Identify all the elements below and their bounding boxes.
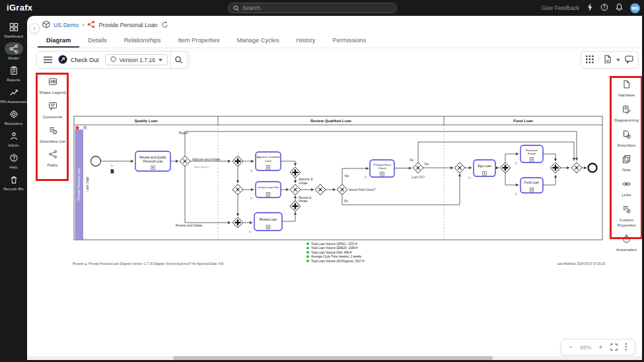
svg-text:Initiate Loan File: Initiate Loan File bbox=[258, 186, 279, 189]
igrafx-logo: iGrafx bbox=[7, 3, 32, 13]
svg-text:Approve Qualified: Approve Qualified bbox=[257, 155, 280, 159]
tab-manage-cycles[interactable]: Manage Cycles bbox=[229, 33, 288, 48]
breadcrumb-current-item[interactable]: Provide Personal Loan bbox=[98, 22, 157, 28]
search-icon bbox=[233, 2, 239, 14]
global-search[interactable] bbox=[228, 3, 397, 13]
trash-icon bbox=[5, 173, 23, 186]
zoom-in-button[interactable]: + bbox=[598, 344, 602, 351]
tab-history[interactable]: History bbox=[288, 33, 324, 48]
rail-item-describes-list[interactable]: Describes List bbox=[39, 126, 67, 144]
comment-bubble-icon[interactable] bbox=[625, 54, 633, 66]
notifications-bell-icon[interactable] bbox=[616, 2, 623, 14]
diagram-canvas[interactable]: Qualify Loan Review Qualified Loan Fund … bbox=[71, 114, 608, 267]
diagram-search-button[interactable] bbox=[170, 51, 188, 69]
describes-list-icon bbox=[48, 126, 57, 137]
svg-text:Yes: Yes bbox=[424, 163, 429, 166]
pool-label: Provide Personal Loan bbox=[77, 168, 81, 201]
svg-text:Personal Loan: Personal Loan bbox=[143, 160, 163, 163]
diagram-toolbar: Check Out Version 1.7.16 bbox=[36, 51, 190, 69]
tab-details[interactable]: Details bbox=[79, 33, 115, 48]
export-chevron-icon[interactable] bbox=[616, 59, 620, 61]
hamburger-menu-icon[interactable] bbox=[44, 54, 52, 66]
rail-item-shape-legend[interactable]: Shape Legend bbox=[39, 77, 67, 95]
rail-item-narrative[interactable]: Narrative bbox=[613, 79, 641, 98]
sidebar-item-recycle-bin[interactable]: Recycle Bin bbox=[0, 173, 27, 191]
give-feedback-link[interactable]: Give Feedback bbox=[542, 5, 579, 11]
rail-item-diagramming[interactable]: Diagramming bbox=[613, 104, 641, 123]
svg-text:Initiate: Initiate bbox=[299, 199, 308, 203]
collapse-panel-button[interactable]: › bbox=[29, 23, 40, 34]
export-document-icon[interactable] bbox=[604, 54, 612, 66]
rail-item-automation[interactable]: Automation bbox=[613, 234, 641, 252]
rail-item-describes[interactable]: Describes bbox=[613, 129, 641, 148]
svg-text:Initiate: Initiate bbox=[299, 182, 308, 185]
sidebar-item-rpa-assessment[interactable]: RPA Assessment bbox=[0, 86, 27, 104]
refresh-indicator-icon: ↻ bbox=[250, 196, 253, 200]
last-modified: Last Modified: 2024-05-07 07:26:29 bbox=[557, 262, 605, 266]
status-prefix: Process: bbox=[73, 262, 85, 266]
cycle-status-icon bbox=[161, 21, 168, 30]
sidebar-item-admin[interactable]: Admin bbox=[0, 129, 27, 147]
svg-text:Review and Initiate: Review and Initiate bbox=[176, 224, 203, 227]
svg-text:No: No bbox=[410, 159, 413, 162]
zoom-out-button[interactable]: − bbox=[569, 344, 573, 351]
svg-text:Total Loan Volume (NA): 846 #: Total Loan Volume (NA): 846 # bbox=[311, 251, 352, 254]
tab-bar: Diagram Details Relationships Item Prope… bbox=[27, 33, 642, 48]
svg-text:Fund Loan: Fund Loan bbox=[524, 181, 540, 184]
phase-review-qualified-loan: Review Qualified Loan bbox=[310, 119, 351, 123]
end-event[interactable] bbox=[589, 164, 597, 172]
view-toolbar bbox=[581, 51, 639, 69]
check-out-button[interactable]: Check Out bbox=[58, 55, 99, 65]
start-event[interactable] bbox=[91, 157, 101, 166]
status-diamond-icon: ◆ bbox=[85, 262, 88, 266]
grid-view-icon[interactable] bbox=[586, 54, 594, 66]
admin-person-icon bbox=[5, 129, 23, 142]
svg-text:Total Loan Volume (All Regions: Total Loan Volume (All Regions): 3317 # bbox=[311, 260, 365, 263]
sidebar-item-dashboard[interactable]: Dashboard bbox=[0, 20, 27, 38]
dashboard-icon bbox=[5, 20, 23, 33]
svg-text:New Steps?: New Steps? bbox=[194, 165, 210, 168]
lightning-icon[interactable] bbox=[587, 2, 593, 14]
automation-stopwatch-icon bbox=[622, 234, 631, 246]
svg-text:Check: Check bbox=[378, 166, 386, 170]
fullscreen-icon[interactable] bbox=[610, 342, 618, 353]
version-dropdown[interactable]: Version 1.7.16 bbox=[105, 54, 168, 65]
svg-text:Review and Qualify: Review and Qualify bbox=[139, 156, 166, 159]
pool-rpa-badge bbox=[75, 126, 79, 129]
help-circle-icon bbox=[5, 151, 23, 164]
custom-properties-icon bbox=[622, 204, 631, 216]
sidebar-item-reports[interactable]: Reports bbox=[0, 64, 27, 82]
tab-permissions[interactable]: Permissions bbox=[324, 33, 375, 48]
app-sidebar: Dashboard Model Reports RPA Assessment R… bbox=[0, 16, 27, 362]
rail-item-custom-properties[interactable]: Custom Properties bbox=[613, 204, 641, 228]
rail-item-note[interactable]: Note bbox=[613, 154, 641, 172]
tab-item-properties[interactable]: Item Properties bbox=[169, 33, 228, 48]
svg-text:Reject: Reject bbox=[179, 131, 188, 135]
pool-info-badge bbox=[84, 126, 87, 129]
sidebar-item-help[interactable]: Help bbox=[0, 151, 27, 169]
left-tool-rail: Shape Legend Comments Describes List Pat… bbox=[38, 77, 67, 168]
sidebar-item-model[interactable]: Model bbox=[0, 42, 27, 60]
svg-text:Approve and Initiate: Approve and Initiate bbox=[192, 158, 221, 161]
kebab-menu-icon[interactable] bbox=[625, 342, 627, 353]
main-panel: › US Demo › Provide Personal Loan Diagra… bbox=[27, 16, 642, 360]
phase-qualify-loan: Qualify Loan bbox=[134, 119, 158, 123]
reports-icon bbox=[5, 64, 23, 77]
svg-text:Perform Final: Perform Final bbox=[373, 163, 390, 166]
phase-fund-loan: Fund Loan bbox=[513, 119, 533, 123]
sidebar-item-repository[interactable]: Repository bbox=[0, 108, 27, 126]
tab-diagram[interactable]: Diagram bbox=[38, 33, 79, 48]
rail-item-paths[interactable]: Paths bbox=[39, 149, 67, 168]
user-avatar[interactable]: MS bbox=[630, 3, 640, 13]
help-icon[interactable] bbox=[600, 2, 608, 14]
shape-legend-icon bbox=[48, 77, 57, 89]
breadcrumb: US Demo › Provide Personal Loan bbox=[42, 19, 168, 31]
horizontal-scrollbar-thumb[interactable] bbox=[173, 356, 493, 360]
tab-relationships[interactable]: Relationships bbox=[116, 33, 170, 48]
svg-text:Yes: Yes bbox=[344, 174, 349, 178]
breadcrumb-root-link[interactable]: US Demo bbox=[54, 22, 79, 28]
diagramming-icon bbox=[622, 104, 631, 116]
search-input[interactable] bbox=[242, 5, 392, 11]
rail-item-links[interactable]: Links bbox=[613, 179, 641, 198]
rail-item-comments[interactable]: Comments bbox=[39, 101, 67, 120]
